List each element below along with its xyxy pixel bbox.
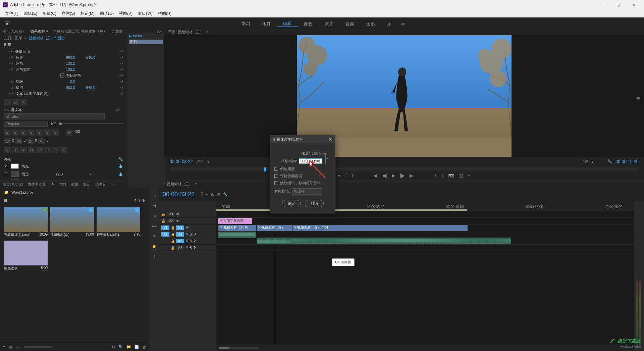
zoom-icon[interactable]: ⊞ (637, 96, 640, 100)
close-button[interactable]: ✕ (626, 0, 641, 9)
mark-out-icon[interactable]: } (352, 173, 353, 178)
timeline-zoom-slider[interactable] (219, 347, 259, 349)
ws-tab-libraries[interactable]: 库 (381, 21, 397, 27)
icon-view-icon[interactable]: ▦ (9, 345, 12, 349)
new-item-icon[interactable]: 📄 (135, 345, 139, 349)
track-a1-header[interactable]: A1🔒A1MS🎙 (159, 231, 216, 238)
leading-icon[interactable]: t‡ (27, 138, 34, 144)
superscript-icon[interactable]: Tᵀ (36, 147, 43, 153)
tab-project[interactable]: 项目: Word3 (3, 182, 23, 187)
track-v2-header[interactable]: 🔒V2👁 (159, 218, 216, 224)
clip-audio[interactable] (218, 232, 256, 238)
tab-effects[interactable]: 效果 (71, 182, 78, 187)
underline-icon[interactable]: T₁ (52, 147, 59, 153)
fit-dropdown[interactable]: 适合 (196, 159, 204, 164)
reset-icon[interactable]: ↺ (120, 80, 123, 84)
link-icon[interactable] (322, 152, 328, 165)
eyedropper-icon[interactable]: 💧 (118, 172, 123, 177)
font-family-select[interactable]: SimSun (4, 113, 105, 119)
list-view-icon[interactable]: ≣ (3, 345, 6, 349)
new-bin-icon[interactable]: 📁 (126, 345, 131, 349)
tab-metadata[interactable]: 元数据 (112, 29, 123, 34)
slip-tool-icon[interactable]: ⟷ (151, 222, 158, 230)
goto-out-icon[interactable]: ▶| (410, 173, 415, 178)
menu-sequence[interactable]: 序列(S) (59, 11, 78, 16)
add-marker-icon[interactable]: ▾ (338, 173, 340, 178)
project-item[interactable]: ⊞ 视频素材(总)19:09 (50, 207, 94, 238)
baseline-icon[interactable]: A↕ (38, 138, 45, 144)
program-left-tc[interactable]: 00:00:03:22 (170, 159, 193, 164)
clip-video[interactable]: fx 视频素材（水印） (218, 225, 256, 231)
bin-icon[interactable]: 📁 (4, 190, 9, 195)
pitch-checkbox[interactable]: 保持音频音调 (274, 173, 331, 179)
mask-pen-icon[interactable]: ✎ (20, 99, 27, 105)
tab-effect-controls[interactable]: 效果控件 ≡ (31, 29, 48, 34)
marker-icon[interactable]: ◐ (211, 192, 214, 197)
track-v1-header[interactable]: V1🔒V1👁 (159, 224, 216, 231)
cancel-button[interactable]: 取消 (305, 200, 324, 207)
play-icon[interactable]: ▶ (392, 173, 395, 178)
va2-icon[interactable]: VA (15, 138, 22, 144)
stroke-width[interactable]: 12.0 (56, 172, 63, 176)
track-select-tool-icon[interactable]: ⇥ (151, 192, 158, 200)
align-bottom-icon[interactable]: ≡ (52, 130, 59, 136)
source-text-header[interactable]: ∨ Ö源文本 ↺ (4, 107, 123, 113)
font-weight-select[interactable]: Regular (4, 121, 48, 127)
fill-checkbox[interactable] (4, 164, 8, 168)
ws-tab-audio[interactable]: 音频 (339, 21, 360, 27)
find-icon[interactable]: 🔍 (118, 345, 123, 349)
tab-markers[interactable]: 标记 (83, 182, 91, 187)
menu-view[interactable]: 视图(V) (116, 11, 135, 16)
menu-file[interactable]: 文件(F) (3, 11, 21, 16)
clip-audio[interactable] (257, 238, 292, 244)
faux-italic-icon[interactable]: T (12, 147, 19, 153)
align-right-icon[interactable]: ≡ (20, 130, 27, 136)
ws-tab-learn[interactable]: 学习 (235, 21, 256, 27)
allcaps-icon[interactable]: T (20, 147, 27, 153)
wrench-icon[interactable]: 🔧 (223, 192, 228, 197)
extract-icon[interactable]: ⤵ (441, 173, 443, 178)
track-v3-header[interactable]: 🔒V3👁 (159, 211, 216, 218)
tab-source[interactable]: 源:（无剪辑） (3, 29, 26, 34)
timeline-playhead-tc[interactable]: 00:00:03:22 (163, 191, 195, 198)
clip-graphic[interactable]: fx 举例字幕内容 (218, 218, 252, 224)
filter-icon[interactable]: ▦ (4, 198, 7, 203)
align-left-icon[interactable]: ≡ (4, 130, 11, 136)
va-icon[interactable]: VA (4, 138, 11, 144)
ok-button[interactable]: 确定 (282, 200, 301, 207)
track-a3-header[interactable]: 🔒A3MS🎙 (159, 245, 216, 251)
reset-icon[interactable]: ↺ (120, 49, 123, 54)
maximize-button[interactable]: ▢ (610, 0, 626, 9)
goto-in-icon[interactable]: |◀ (372, 173, 377, 178)
compare-icon[interactable]: ◫ (459, 173, 463, 178)
text-section-header[interactable]: ∨ 👁 文本 (举例字幕内容) ↺ (0, 91, 127, 97)
program-tab[interactable]: 节目: 视频素材（总） (168, 30, 204, 35)
faux-bold-icon[interactable]: ━ (4, 147, 11, 153)
vector-motion-header[interactable]: ∨ fx 矢量运动 ↺ (0, 48, 127, 54)
align-middle-icon[interactable]: ≡ (44, 130, 51, 136)
ws-tab-color[interactable]: 颜色 (298, 21, 319, 27)
menu-edit[interactable]: 编辑(E) (21, 11, 40, 16)
align-justify-icon[interactable]: ≡ (28, 130, 35, 136)
pen-tool-icon[interactable]: ✎ (151, 233, 158, 240)
clip-video[interactable]: fx 视频素材（总）.mp4 (292, 225, 468, 231)
uniform-scale-checkbox[interactable]: 等比缩放 ↺ (0, 72, 127, 79)
resolution-dropdown[interactable]: 1/2 (583, 160, 588, 164)
export-frame-icon[interactable]: 📷 (448, 173, 454, 178)
project-item[interactable]: 颜色遮罩5:00 (4, 241, 48, 271)
menu-window[interactable]: 窗口(W) (135, 11, 155, 16)
dialog-close-icon[interactable]: ✕ (328, 137, 332, 142)
track-a2-header[interactable]: 🔒A2MS🎙 (159, 238, 216, 245)
smallcaps-icon[interactable]: TT (28, 147, 35, 153)
speed-value[interactable]: 100 % (312, 151, 322, 155)
ws-tab-editing[interactable]: 编辑 (277, 20, 298, 27)
project-item[interactable]: ⊞ 视频素材(水印)2:15 (97, 207, 140, 238)
settings-icon[interactable]: ⚙ (217, 192, 220, 197)
reset-icon[interactable]: ↺ (120, 73, 123, 78)
razor-tool-icon[interactable]: ✂ (151, 212, 158, 220)
tab-history[interactable]: 历史记 (95, 182, 106, 187)
add-stroke-icon[interactable]: + (90, 172, 92, 176)
type-tool-icon[interactable]: T (151, 253, 158, 260)
fill-swatch[interactable] (11, 163, 19, 169)
step-forward-icon[interactable]: |▶ (400, 173, 405, 178)
